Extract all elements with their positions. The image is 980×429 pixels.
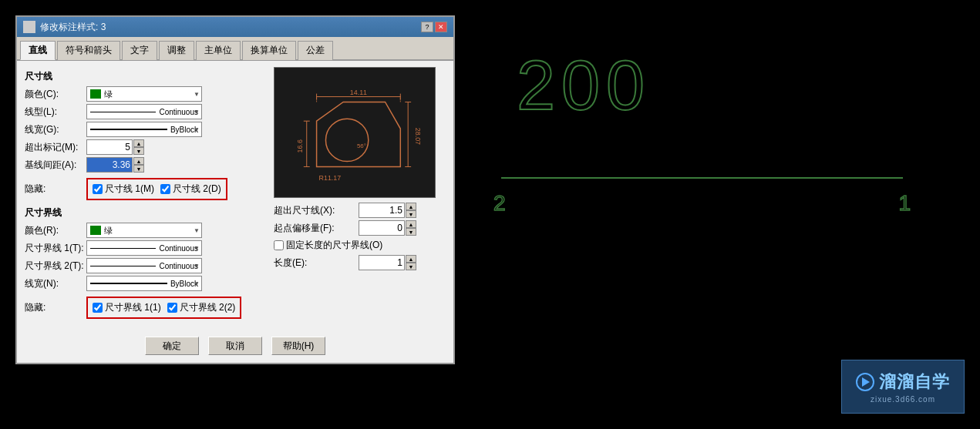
- linetype-select[interactable]: Continuous ▼: [86, 104, 202, 119]
- baseline-down[interactable]: ▼: [133, 165, 144, 173]
- play-icon: [856, 373, 874, 391]
- ext-offset-spinner: 0 ▲ ▼: [359, 220, 416, 236]
- ext-color-box: [90, 226, 101, 235]
- tab-gongcha[interactable]: 公差: [298, 41, 333, 60]
- linewidth-select[interactable]: ByBlock ▼: [86, 122, 202, 137]
- dialog-footer: 确定 取消 帮助(H): [17, 330, 453, 363]
- baseline-input[interactable]: 3.36: [86, 157, 133, 173]
- dialog-title: 修改标注样式: 3: [40, 21, 106, 34]
- titlebar-left: 修改标注样式: 3: [23, 21, 106, 34]
- fixed-length-checkbox[interactable]: [274, 240, 284, 250]
- watermark: 溜溜自学 zixue.3d66.com: [841, 360, 965, 414]
- svg-rect-0: [274, 68, 435, 197]
- svg-text:R11.17: R11.17: [319, 174, 342, 182]
- exceed-up[interactable]: ▲: [133, 139, 144, 147]
- hide-line2-label[interactable]: 尺寸线 2(D): [160, 183, 221, 196]
- ext-exceed-label: 超出尺寸线(X):: [274, 204, 359, 217]
- line-sample: [90, 112, 156, 112]
- hide-ext2-label[interactable]: 尺寸界线 2(2): [167, 301, 236, 314]
- hide-dim-label: 隐藏:: [25, 183, 86, 196]
- ext2-line-sample: [90, 266, 156, 266]
- hide-ext1-checkbox[interactable]: [93, 303, 103, 313]
- ext2-row: 尺寸界线 2(T): Continuous ▼: [25, 258, 268, 273]
- ext-offset-input[interactable]: 0: [359, 220, 405, 236]
- ext-color-row: 颜色(R): 绿 ▼: [25, 223, 268, 238]
- exceed-input[interactable]: 5: [86, 139, 133, 155]
- ok-button[interactable]: 确定: [145, 337, 199, 355]
- section-dim-line: 尺寸线: [25, 70, 268, 83]
- ext1-select[interactable]: Continuous ▼: [86, 240, 202, 256]
- length-spin-btns: ▲ ▼: [406, 255, 416, 270]
- length-spinner: 1 ▲ ▼: [359, 255, 416, 270]
- ext-exceed-down[interactable]: ▼: [406, 210, 416, 218]
- ext-linewidth-select[interactable]: ByBlock ▼: [86, 276, 202, 291]
- ext-exceed-spin-btns: ▲ ▼: [406, 203, 416, 218]
- linewidth-label: 线宽(G):: [25, 123, 86, 136]
- hide-dim-section: 尺寸线 1(M) 尺寸线 2(D): [86, 178, 227, 200]
- hide-ext2-text: 尺寸界线 2(2): [180, 301, 236, 314]
- ext2-arrow: ▼: [194, 263, 200, 270]
- ext-color-select[interactable]: 绿 ▼: [86, 223, 202, 238]
- ext-offset-up[interactable]: ▲: [406, 220, 416, 228]
- tab-huansuan[interactable]: 换算单位: [242, 41, 296, 60]
- ext-options: 超出尺寸线(X): 1.5 ▲ ▼ 起点偏移量: [274, 203, 446, 270]
- ext-color-value: 绿: [104, 225, 113, 236]
- exceed-row: 超出标记(M): 5 ▲ ▼: [25, 139, 268, 155]
- play-triangle: [862, 377, 870, 387]
- ext-linewidth-arrow: ▼: [194, 280, 200, 287]
- ext1-row: 尺寸界线 1(T): Continuous ▼: [25, 240, 268, 256]
- preview-area: 14.11 16.6 28.07: [274, 67, 436, 198]
- ext2-label: 尺寸界线 2(T):: [25, 260, 86, 273]
- tab-tiaojing[interactable]: 调整: [159, 41, 194, 60]
- dialog-icon: [23, 21, 35, 33]
- tab-bar: 直线 符号和箭头 文字 调整 主单位 换算单位 公差: [17, 37, 453, 61]
- hide-ext-section: 尺寸界线 1(1) 尺寸界线 2(2): [86, 297, 241, 319]
- linewidth-row: 线宽(G): ByBlock ▼: [25, 122, 268, 137]
- linetype-value: Continuous: [159, 108, 198, 116]
- ext1-value: Continuous: [159, 244, 198, 253]
- watermark-text1: 溜溜自学: [879, 370, 950, 394]
- linetype-row: 线型(L): Continuous ▼: [25, 104, 268, 119]
- left-column: 尺寸线 颜色(C): 绿 ▼ 线型(L):: [25, 67, 268, 324]
- ext-offset-down[interactable]: ▼: [406, 228, 416, 236]
- ext-color-label: 颜色(R):: [25, 224, 86, 237]
- ext-exceed-input[interactable]: 1.5: [359, 203, 405, 218]
- length-down[interactable]: ▼: [406, 263, 416, 270]
- length-up[interactable]: ▲: [406, 255, 416, 263]
- canvas-area: 200 2 1 溜溜自学 zixue.3d66.com: [478, 0, 980, 429]
- ext2-value: Continuous: [159, 262, 198, 270]
- hide-ext-label: 隐藏:: [25, 301, 86, 314]
- tab-fuhao[interactable]: 符号和箭头: [57, 41, 120, 60]
- tab-wenzi[interactable]: 文字: [122, 41, 157, 60]
- titlebar-right[interactable]: ? ✕: [421, 22, 447, 32]
- cancel-button[interactable]: 取消: [208, 337, 262, 355]
- ext-offset-spin-btns: ▲ ▼: [406, 220, 416, 236]
- length-input[interactable]: 1: [359, 255, 405, 270]
- svg-text:16.6: 16.6: [296, 139, 304, 152]
- svg-text:28.07: 28.07: [414, 128, 422, 145]
- linewidth-arrow: ▼: [194, 126, 200, 133]
- exceed-down[interactable]: ▼: [133, 147, 144, 155]
- ext1-line-sample: [90, 248, 156, 249]
- baseline-row: 基线间距(A): 3.36 ▲ ▼: [25, 157, 268, 173]
- fixed-length-label[interactable]: 固定长度的尺寸界线(O): [274, 239, 382, 252]
- tab-zhudanwei[interactable]: 主单位: [196, 41, 241, 60]
- ext-linewidth-row: 线宽(N): ByBlock ▼: [25, 276, 268, 291]
- hide-ext1-label[interactable]: 尺寸界线 1(1): [93, 301, 161, 314]
- baseline-up[interactable]: ▲: [133, 157, 144, 165]
- color-select[interactable]: 绿 ▼: [86, 86, 202, 102]
- watermark-url: zixue.3d66.com: [871, 395, 935, 404]
- hide-line1-label[interactable]: 尺寸线 1(M): [93, 183, 154, 196]
- hide-ext2-checkbox[interactable]: [167, 303, 177, 313]
- hide-line1-text: 尺寸线 1(M): [105, 183, 154, 196]
- ext-offset-row: 起点偏移量(F): 0 ▲ ▼: [274, 220, 446, 236]
- hide-line1-checkbox[interactable]: [93, 184, 103, 194]
- hide-line2-checkbox[interactable]: [160, 184, 170, 194]
- ext-exceed-up[interactable]: ▲: [406, 203, 416, 210]
- tab-zhixian[interactable]: 直线: [20, 41, 56, 60]
- ext-linewidth-label: 线宽(N):: [25, 277, 86, 290]
- ext2-select[interactable]: Continuous ▼: [86, 258, 202, 273]
- help-button[interactable]: 帮助(H): [271, 337, 325, 355]
- help-btn[interactable]: ?: [421, 22, 433, 32]
- close-btn[interactable]: ✕: [435, 22, 447, 32]
